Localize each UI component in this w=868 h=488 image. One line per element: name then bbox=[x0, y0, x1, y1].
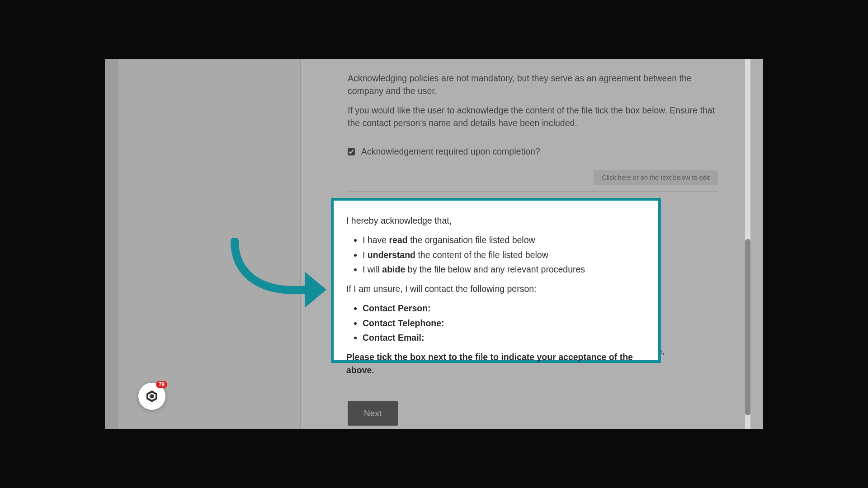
divider bbox=[348, 383, 718, 383]
scrollbar-thumb[interactable] bbox=[745, 239, 750, 415]
ack-contacts: Contact Person: Contact Telephone: Conta… bbox=[363, 302, 646, 344]
acknowledgement-highlight-box: I hereby acknowledge that, I have read t… bbox=[331, 198, 661, 363]
contact-email: Contact Email: bbox=[363, 331, 646, 344]
notification-badge: 79 bbox=[156, 381, 167, 388]
ack-closing: Please tick the box next to the file to … bbox=[346, 351, 646, 377]
help-widget-button[interactable]: 79 bbox=[138, 383, 165, 410]
next-button[interactable]: Next bbox=[348, 401, 398, 426]
ack-bullets: I have read the organisation file listed… bbox=[363, 234, 646, 276]
ack-opening: I hereby acknowledge that, bbox=[346, 214, 646, 227]
ack-unsure: If I am unsure, I will contact the follo… bbox=[346, 282, 646, 296]
contact-person: Contact Person: bbox=[363, 302, 646, 315]
callout-arrow-icon bbox=[228, 238, 330, 312]
edit-text-button[interactable]: Click here or on the text below to edit bbox=[594, 170, 718, 185]
intro-paragraph-1: Acknowledging policies are not mandatory… bbox=[348, 72, 718, 98]
logo-icon bbox=[145, 389, 159, 404]
ack-bullet: I understand the content of the file lis… bbox=[363, 249, 646, 262]
acknowledgement-required-checkbox[interactable] bbox=[348, 148, 355, 155]
ack-bullet: I have read the organisation file listed… bbox=[363, 234, 646, 247]
contact-telephone: Contact Telephone: bbox=[363, 317, 646, 330]
acknowledgement-required-label: Acknowledgement required upon completion… bbox=[361, 146, 540, 157]
intro-paragraph-2: If you would like the user to acknowledg… bbox=[348, 104, 718, 130]
ack-bullet: I will abide by the file below and any r… bbox=[363, 263, 646, 276]
acknowledgement-required-row: Acknowledgement required upon completion… bbox=[348, 146, 718, 157]
